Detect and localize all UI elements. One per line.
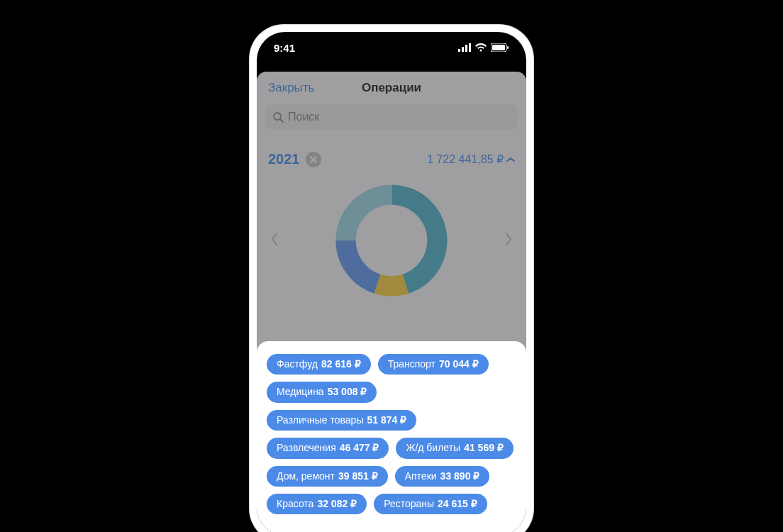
category-chip[interactable]: Медицина53 008 ₽ — [267, 382, 377, 402]
year-label[interactable]: 2021 — [268, 151, 300, 167]
total-amount[interactable]: 1 722 441,85 ₽ — [427, 153, 515, 166]
category-chip[interactable]: Различные товары51 874 ₽ — [267, 410, 416, 431]
category-chip-name: Рестораны — [384, 499, 434, 509]
battery-icon — [491, 43, 509, 52]
page-title: Операции — [362, 81, 421, 95]
category-chip[interactable]: Фастфуд82 616 ₽ — [267, 354, 371, 375]
phone-frame: 9:41 Закрыть Операции Поиск — [250, 25, 533, 532]
phone-screen: 9:41 Закрыть Операции Поиск — [257, 32, 526, 532]
category-chip-amount: 32 082 ₽ — [317, 499, 357, 509]
search-icon — [272, 111, 284, 123]
category-chip-name: Ж/д билеты — [406, 443, 460, 453]
svg-rect-0 — [458, 49, 460, 52]
total-amount-value: 1 722 441,85 ₽ — [427, 153, 504, 166]
category-chip[interactable]: Транспорт70 044 ₽ — [378, 354, 489, 375]
spending-donut-chart — [331, 180, 452, 301]
category-chip-name: Различные товары — [277, 415, 363, 426]
svg-rect-6 — [507, 46, 509, 49]
cellular-icon — [458, 43, 471, 52]
status-time: 9:41 — [274, 42, 295, 54]
category-chip-amount: 82 616 ₽ — [321, 359, 361, 370]
search-placeholder: Поиск — [288, 111, 319, 123]
category-chip[interactable]: Рестораны24 615 ₽ — [374, 494, 487, 514]
category-chip-list: Фастфуд82 616 ₽Транспорт70 044 ₽Медицина… — [267, 354, 516, 514]
close-icon — [310, 156, 317, 163]
category-chip-amount: 41 569 ₽ — [464, 443, 504, 453]
category-chip-amount: 70 044 ₽ — [439, 359, 479, 370]
category-chip-name: Развлечения — [277, 443, 336, 453]
category-chip-amount: 33 890 ₽ — [440, 471, 480, 482]
next-period-button[interactable] — [502, 228, 515, 253]
svg-rect-3 — [469, 43, 471, 52]
close-button[interactable]: Закрыть — [268, 81, 314, 95]
category-chip-name: Аптеки — [405, 471, 437, 482]
category-chip[interactable]: Дом, ремонт39 851 ₽ — [267, 466, 388, 487]
chevron-up-icon — [506, 157, 515, 162]
category-chip[interactable]: Красота32 082 ₽ — [267, 494, 367, 514]
category-chip-name: Фастфуд — [277, 359, 318, 370]
category-chip-name: Красота — [277, 499, 313, 509]
search-input[interactable]: Поиск — [265, 104, 518, 130]
prev-period-button[interactable] — [268, 228, 281, 253]
clear-year-button[interactable] — [306, 152, 321, 167]
svg-rect-2 — [465, 45, 467, 52]
category-chip-name: Транспорт — [388, 359, 435, 370]
category-chip-amount: 24 615 ₽ — [438, 499, 477, 509]
category-chip[interactable]: Развлечения46 477 ₽ — [267, 438, 389, 458]
chevron-left-icon — [271, 233, 278, 245]
status-bar: 9:41 — [257, 32, 526, 63]
svg-rect-5 — [492, 45, 505, 50]
category-chip-amount: 39 851 ₽ — [338, 471, 378, 482]
chevron-right-icon — [505, 233, 512, 245]
wifi-icon — [475, 43, 487, 52]
nav-header: Закрыть Операции — [257, 72, 526, 104]
categories-sheet[interactable]: Фастфуд82 616 ₽Транспорт70 044 ₽Медицина… — [257, 341, 526, 532]
year-summary-row: 2021 1 722 441,85 ₽ — [268, 151, 515, 167]
category-chip-name: Дом, ремонт — [277, 471, 335, 482]
status-icons — [458, 43, 509, 52]
category-chip[interactable]: Ж/д билеты41 569 ₽ — [396, 438, 513, 458]
category-chip-amount: 46 477 ₽ — [340, 443, 379, 453]
svg-rect-1 — [462, 47, 464, 52]
category-chip-amount: 51 874 ₽ — [367, 415, 406, 426]
svg-line-8 — [280, 119, 283, 122]
donut-segment — [346, 195, 438, 287]
donut-row — [268, 180, 515, 301]
category-chip-amount: 53 008 ₽ — [328, 387, 367, 397]
app-area: Закрыть Операции Поиск 2021 — [257, 72, 526, 532]
category-chip[interactable]: Аптеки33 890 ₽ — [395, 466, 490, 487]
category-chip-name: Медицина — [277, 387, 324, 397]
